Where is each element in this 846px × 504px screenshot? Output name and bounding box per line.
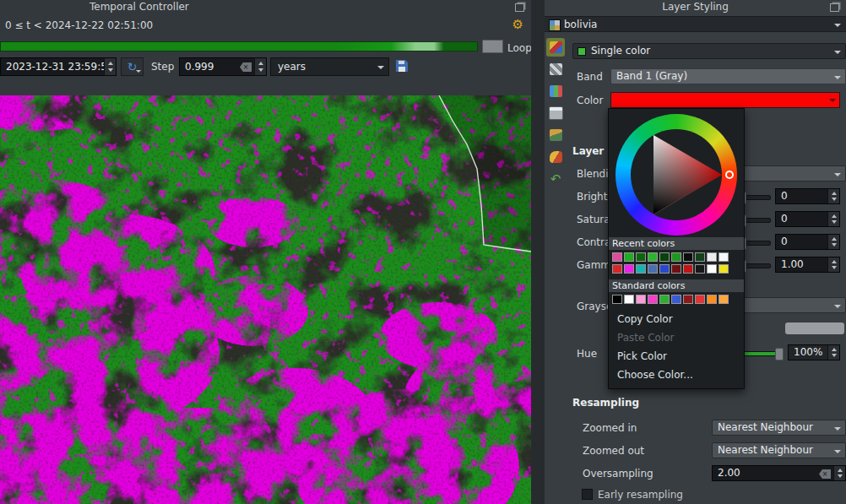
blending-caret bbox=[834, 173, 841, 176]
color-swatch[interactable] bbox=[695, 295, 705, 304]
recent-colors-header: Recent colors bbox=[609, 237, 744, 250]
step-input[interactable]: 0.999 × bbox=[179, 57, 267, 76]
color-wheel[interactable] bbox=[616, 114, 737, 236]
color-swatch[interactable] bbox=[659, 264, 670, 274]
undock-panel-icon[interactable] bbox=[515, 3, 524, 12]
history-tab[interactable]: ↶ bbox=[546, 170, 565, 188]
resampling-header: Resampling bbox=[572, 397, 639, 409]
oversampling-clear-icon[interactable]: × bbox=[819, 469, 831, 479]
color-swatch[interactable] bbox=[707, 264, 717, 274]
color-swatch[interactable] bbox=[636, 264, 646, 274]
refresh-button[interactable]: ↻ bbox=[121, 57, 144, 76]
temporal-slider[interactable] bbox=[0, 41, 478, 51]
strength-value: 100% bbox=[794, 345, 822, 360]
pick-color-menu-item[interactable]: Pick Color bbox=[609, 347, 744, 366]
color-swatch[interactable] bbox=[719, 295, 729, 304]
color-swatch[interactable] bbox=[648, 295, 658, 304]
color-swatch[interactable] bbox=[671, 252, 681, 262]
step-unit-dropdown[interactable]: years bbox=[270, 57, 389, 76]
band-value: Band 1 (Gray) bbox=[616, 70, 687, 82]
zoomed-in-value: Nearest Neighbour bbox=[718, 421, 813, 433]
color-swatch[interactable] bbox=[707, 295, 717, 304]
zoomed-out-caret bbox=[834, 450, 841, 453]
color-swatch[interactable] bbox=[683, 252, 693, 262]
color-swatch[interactable] bbox=[683, 295, 693, 304]
color-swatch[interactable] bbox=[671, 264, 681, 274]
choose-color-menu-item[interactable]: Choose Color... bbox=[609, 366, 744, 384]
color-swatch[interactable] bbox=[612, 295, 622, 304]
band-dropdown[interactable]: Band 1 (Gray) bbox=[610, 68, 846, 84]
color-swatch[interactable] bbox=[636, 295, 646, 304]
raster-layer-icon bbox=[549, 19, 561, 31]
color-button[interactable] bbox=[610, 92, 840, 108]
color-swatch[interactable] bbox=[671, 295, 681, 304]
color-swatch[interactable] bbox=[624, 295, 634, 304]
copy-color-menu-item[interactable]: Copy Color bbox=[609, 310, 744, 328]
datetime-spin-buttons[interactable] bbox=[104, 58, 116, 75]
labels-tab[interactable] bbox=[546, 148, 565, 166]
history-undo-icon: ↶ bbox=[550, 173, 561, 185]
color-swatch[interactable] bbox=[648, 252, 658, 262]
temporal-controller-panel: Temporal Controller 0 ≤ t < 2024-12-22 0… bbox=[0, 0, 531, 95]
band-label: Band bbox=[577, 71, 603, 83]
strength-spin[interactable]: 100% bbox=[788, 344, 840, 360]
temporal-slider-handle[interactable] bbox=[482, 40, 503, 53]
save-icon bbox=[395, 59, 409, 73]
undock-styling-icon[interactable] bbox=[830, 3, 839, 12]
datetime-value: 2023-12-31 23:59:59 bbox=[6, 58, 113, 75]
zoomed-out-label: Zoomed out bbox=[583, 445, 644, 457]
pyramids-tab[interactable] bbox=[546, 126, 565, 144]
grayscale-caret bbox=[834, 305, 841, 308]
color-swatch[interactable] bbox=[659, 252, 670, 262]
transparency-icon bbox=[550, 63, 562, 75]
single-color-icon bbox=[578, 47, 586, 56]
layer-styling-title: Layer Styling bbox=[545, 1, 846, 13]
step-spin-buttons[interactable] bbox=[254, 58, 266, 75]
color-swatch[interactable] bbox=[695, 264, 705, 274]
layer-select-dropdown[interactable]: bolivia bbox=[545, 16, 846, 32]
step-label: Step bbox=[151, 61, 174, 73]
step-value: 0.999 bbox=[185, 58, 214, 75]
map-canvas[interactable] bbox=[0, 95, 531, 504]
gamma-value: 1.00 bbox=[781, 257, 804, 272]
zoomed-in-dropdown[interactable]: Nearest Neighbour bbox=[712, 420, 846, 436]
temporal-slider-shine bbox=[1, 42, 477, 51]
color-swatch[interactable] bbox=[719, 252, 729, 262]
color-swatch[interactable] bbox=[612, 264, 622, 274]
datetime-input[interactable]: 2023-12-31 23:59:59 bbox=[0, 57, 117, 76]
zoomed-in-caret bbox=[834, 427, 841, 431]
saturation-spin[interactable]: 0 bbox=[775, 211, 840, 227]
histogram-tab[interactable] bbox=[546, 82, 565, 100]
zoomed-out-value: Nearest Neighbour bbox=[718, 444, 813, 456]
paint-bucket-icon bbox=[550, 151, 562, 163]
save-button[interactable] bbox=[395, 59, 410, 74]
panel-gutter bbox=[531, 0, 545, 504]
color-swatch[interactable] bbox=[612, 252, 622, 262]
color-swatch[interactable] bbox=[624, 264, 634, 274]
contrast-spin[interactable]: 0 bbox=[775, 234, 840, 250]
color-swatch[interactable] bbox=[648, 264, 658, 274]
brightness-spin[interactable]: 0 bbox=[775, 188, 840, 204]
render-type-caret bbox=[834, 51, 841, 54]
oversampling-label: Oversampling bbox=[583, 468, 653, 480]
brightness-value: 0 bbox=[781, 189, 788, 203]
symbology-tab[interactable] bbox=[546, 38, 565, 57]
transparency-tab[interactable] bbox=[546, 60, 565, 79]
oversampling-input[interactable]: 2.00 × bbox=[712, 465, 846, 481]
refresh-dropdown-caret bbox=[136, 70, 141, 73]
color-swatch[interactable] bbox=[707, 252, 717, 262]
color-swatch[interactable] bbox=[636, 252, 646, 262]
color-swatch[interactable] bbox=[659, 295, 670, 304]
color-swatch[interactable] bbox=[683, 264, 693, 274]
early-resampling-checkbox[interactable] bbox=[582, 489, 593, 500]
hue-label: Hue bbox=[577, 348, 597, 360]
gamma-spin[interactable]: 1.00 bbox=[775, 257, 840, 273]
clear-icon[interactable]: × bbox=[240, 62, 252, 72]
settings-gear-icon[interactable]: ⚙ bbox=[512, 17, 523, 32]
color-swatch[interactable] bbox=[695, 252, 705, 262]
attributes-tab[interactable] bbox=[546, 104, 565, 122]
color-swatch[interactable] bbox=[624, 252, 634, 262]
color-swatch[interactable] bbox=[719, 264, 729, 274]
render-type-dropdown[interactable]: Single color bbox=[572, 43, 846, 59]
zoomed-out-dropdown[interactable]: Nearest Neighbour bbox=[712, 442, 846, 458]
